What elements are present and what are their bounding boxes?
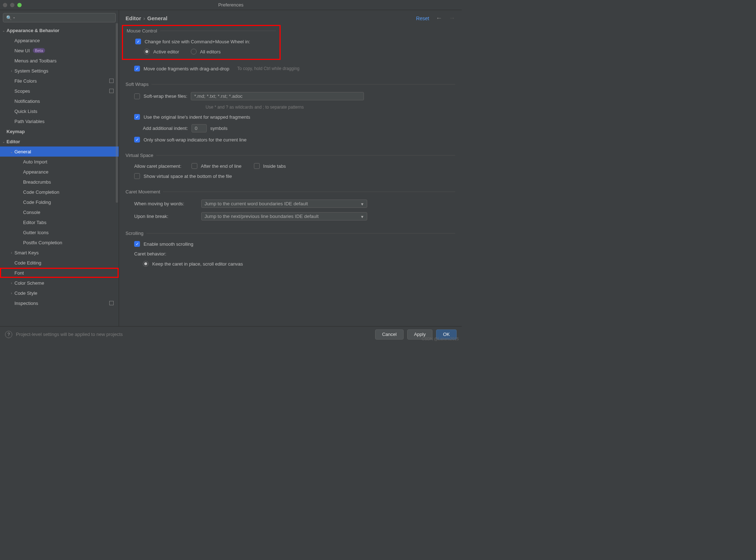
tree-item-editor-tabs[interactable]: Editor Tabs: [0, 217, 119, 227]
when-moving-select[interactable]: Jump to the current word boundaries IDE …: [201, 200, 367, 208]
additional-indent-input[interactable]: [192, 124, 207, 132]
mouse-control-highlight: Mouse Control ✓ Change font size with Co…: [122, 25, 281, 60]
footer: ? Project-level settings will be applied…: [0, 326, 462, 342]
only-show-checkbox[interactable]: ✓: [134, 137, 140, 143]
soft-wraps-title: Soft Wraps: [126, 82, 455, 87]
minimize-icon[interactable]: [10, 3, 14, 7]
reset-link[interactable]: Reset: [416, 16, 429, 21]
softwrap-checkbox[interactable]: [134, 93, 140, 99]
tree-item-code-style[interactable]: ›Code Style: [0, 288, 119, 298]
tree-item-editor[interactable]: ⌄Editor: [0, 136, 119, 146]
tree-item-menus-and-toolbars[interactable]: Menus and Toolbars: [0, 56, 119, 66]
chevron-icon: ⌄: [9, 150, 14, 154]
tree-item-appearance-behavior[interactable]: ⌄Appearance & Behavior: [0, 25, 119, 35]
scrolling-title: Scrolling: [126, 231, 455, 236]
cancel-button[interactable]: Cancel: [375, 329, 403, 340]
tree-item-color-scheme[interactable]: ›Color Scheme: [0, 278, 119, 288]
tree-item-console[interactable]: Console: [0, 207, 119, 217]
project-scope-icon: [109, 89, 114, 93]
tree-item-notifications[interactable]: Notifications: [0, 96, 119, 106]
tree-item-postfix-completion[interactable]: Postfix Completion: [0, 237, 119, 248]
tree-item-keymap[interactable]: Keymap: [0, 126, 119, 136]
chevron-icon: ›: [9, 281, 14, 285]
tree-item-general[interactable]: ⌄General: [0, 146, 119, 157]
scrollbar[interactable]: [116, 23, 118, 203]
window-title: Preferences: [218, 2, 243, 8]
use-original-indent-checkbox[interactable]: ✓: [134, 114, 140, 120]
show-virtual-checkbox[interactable]: [134, 173, 140, 179]
tree-item-gutter-icons[interactable]: Gutter Icons: [0, 227, 119, 237]
search-input[interactable]: 🔍▾: [3, 13, 116, 22]
close-icon[interactable]: [3, 3, 7, 7]
tree-item-breadcrumbs[interactable]: Breadcrumbs: [0, 177, 119, 187]
chevron-icon: ›: [9, 69, 14, 73]
sidebar: 🔍▾ ⌄Appearance & BehaviorAppearanceNew U…: [0, 10, 119, 326]
caret-movement-title: Caret Movement: [126, 189, 455, 194]
tree-item-inspections[interactable]: Inspections: [0, 298, 119, 308]
tree-item-code-editing[interactable]: Code Editing: [0, 258, 119, 268]
tree-item-code-completion[interactable]: Code Completion: [0, 187, 119, 197]
smooth-scroll-checkbox[interactable]: ✓: [134, 241, 140, 247]
tree-item-scopes[interactable]: Scopes: [0, 86, 119, 96]
chevron-icon: ›: [9, 291, 14, 295]
chevron-icon: ›: [9, 251, 14, 255]
after-eol-checkbox[interactable]: [192, 163, 197, 169]
breadcrumb: Editor›General: [126, 15, 167, 21]
tree-item-file-colors[interactable]: File Colors: [0, 76, 119, 86]
tree-item-system-settings[interactable]: ›System Settings: [0, 66, 119, 76]
main-panel: Editor›General Reset ← → Mouse Control ✓…: [119, 10, 462, 326]
change-font-checkbox[interactable]: ✓: [135, 39, 141, 44]
move-fragments-checkbox[interactable]: ✓: [134, 66, 140, 71]
tree-item-auto-import[interactable]: Auto Import: [0, 157, 119, 167]
tree-item-quick-lists[interactable]: Quick Lists: [0, 106, 119, 116]
beta-badge: Beta: [33, 48, 45, 53]
tree-item-path-variables[interactable]: Path Variables: [0, 116, 119, 126]
project-scope-icon: [109, 301, 114, 305]
footer-text: Project-level settings will be applied t…: [16, 332, 123, 337]
titlebar: Preferences: [0, 0, 462, 10]
mouse-control-title: Mouse Control: [127, 28, 276, 34]
settings-tree[interactable]: ⌄Appearance & BehaviorAppearanceNew UIBe…: [0, 25, 119, 326]
back-icon[interactable]: ←: [436, 14, 442, 22]
all-editors-radio[interactable]: [191, 49, 197, 54]
watermark-source: CSDN @Lakers2015: [422, 337, 459, 341]
window-controls[interactable]: [3, 3, 22, 7]
project-scope-icon: [109, 79, 114, 83]
softwrap-pattern-input[interactable]: [191, 92, 364, 100]
chevron-icon: ⌄: [1, 29, 6, 32]
change-font-label: Change font size with Command+Mouse Whee…: [145, 39, 250, 44]
virtual-space-title: Virtual Space: [126, 153, 455, 158]
help-icon[interactable]: ?: [5, 331, 12, 338]
tree-item-appearance[interactable]: Appearance: [0, 35, 119, 45]
search-icon: 🔍: [6, 15, 12, 21]
chevron-icon: ⌄: [1, 140, 6, 144]
maximize-icon[interactable]: [17, 3, 22, 7]
upon-break-select[interactable]: Jump to the next/previous line boundarie…: [201, 212, 367, 220]
tree-item-smart-keys[interactable]: ›Smart Keys: [0, 248, 119, 258]
forward-icon: →: [449, 14, 455, 22]
active-editor-radio[interactable]: [144, 49, 150, 54]
tree-item-font[interactable]: Font: [0, 268, 119, 278]
tree-item-new-ui[interactable]: New UIBeta: [0, 45, 119, 56]
keep-caret-radio[interactable]: [143, 261, 149, 267]
tree-item-appearance[interactable]: Appearance: [0, 167, 119, 177]
tree-item-code-folding[interactable]: Code Folding: [0, 197, 119, 207]
inside-tabs-checkbox[interactable]: [254, 163, 260, 169]
